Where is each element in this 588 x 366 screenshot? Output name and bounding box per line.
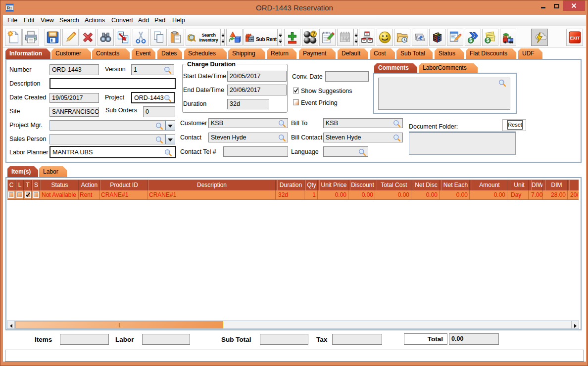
svg-text:$: $	[469, 38, 472, 43]
svg-text:$: $	[487, 38, 490, 43]
svg-text:EXIT: EXIT	[570, 36, 580, 41]
svg-text:?: ?	[312, 31, 315, 37]
